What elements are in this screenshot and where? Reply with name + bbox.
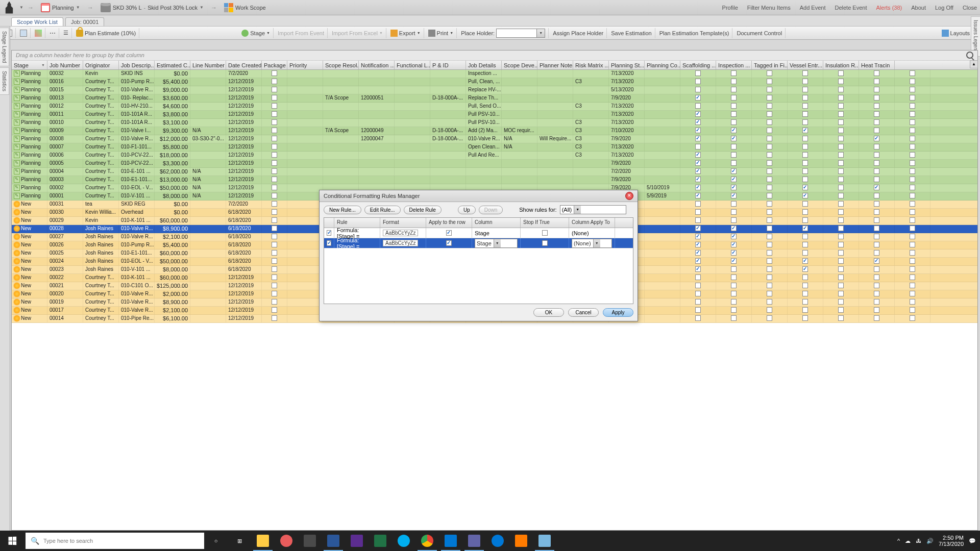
group-by-bar[interactable]: Drag a column header here to group by th…: [12, 51, 977, 61]
planning-dropdown[interactable]: Planning ▼: [38, 2, 83, 13]
table-row[interactable]: Planning00009Courtney T...010-Valve I...…: [12, 127, 977, 135]
taskbar-app-chrome[interactable]: [415, 531, 439, 551]
topbar-link-log-off[interactable]: Log Off: [935, 5, 953, 11]
vtab-stage-legend[interactable]: Stage Legend: [0, 28, 9, 66]
col-header[interactable]: Notification ...: [359, 61, 395, 69]
rule-row-2[interactable]: Formula: [Stage] = AaBbCcYyZz Stage▼ (No…: [324, 238, 633, 248]
plan-template-button[interactable]: Plan Estimation Template(s): [656, 28, 733, 38]
rules-col-header[interactable]: Column Apply To: [569, 218, 615, 228]
topbar-link-close[interactable]: Close: [963, 5, 977, 11]
table-row[interactable]: Planning00003Courtney T...010-E1-101...$…: [12, 176, 977, 184]
apply-button[interactable]: Apply: [603, 308, 633, 317]
scroll-up-button[interactable]: ▲: [970, 60, 978, 68]
tray-notifications-icon[interactable]: 💬: [969, 538, 976, 544]
col-header[interactable]: Planner Notes: [537, 61, 573, 69]
placeholder-combo-btn[interactable]: ▼: [537, 29, 545, 38]
taskbar-app-skype[interactable]: [392, 531, 415, 551]
new-rule-button[interactable]: New Rule...: [324, 206, 361, 214]
tb-icon-2[interactable]: [17, 28, 31, 38]
col-header[interactable]: Job Descrip...: [119, 61, 155, 69]
stop-if-true-checkbox[interactable]: [542, 230, 548, 236]
doc-control-button[interactable]: Document Control: [733, 28, 786, 38]
tab-scope-work-list[interactable]: Scope Work List: [11, 17, 63, 26]
apply-row-checkbox[interactable]: [446, 240, 452, 246]
table-row[interactable]: Planning00004Courtney T...010-E-101 ...$…: [12, 168, 977, 176]
col-header[interactable]: Estimated C...: [155, 61, 190, 69]
taskbar-app-edge[interactable]: [486, 531, 509, 551]
col-header[interactable]: Tagged in Fi...: [752, 61, 788, 69]
import-excel-button[interactable]: Import From Excel▼: [329, 28, 386, 38]
taskbar-search[interactable]: 🔍 Type here to search: [26, 533, 204, 549]
topbar-link-filter-menu-items[interactable]: Filter Menu Items: [747, 5, 791, 11]
taskbar-app-explorer[interactable]: [251, 531, 275, 551]
topbar-link-alerts-[interactable]: Alerts (38): [876, 5, 902, 11]
down-button[interactable]: Down: [479, 206, 503, 214]
taskbar-app-2[interactable]: [275, 531, 298, 551]
col-header[interactable]: Planning St...: [609, 61, 645, 69]
table-row[interactable]: Planning00016Courtney T...010-Pump R...$…: [12, 78, 977, 86]
rules-col-header[interactable]: [324, 218, 334, 228]
search-icon[interactable]: [966, 52, 973, 59]
ok-button[interactable]: OK: [533, 308, 564, 317]
topbar-link-about[interactable]: About: [911, 5, 926, 11]
taskbar-app-teams[interactable]: [462, 531, 486, 551]
rules-col-header[interactable]: Column: [472, 218, 521, 228]
dialog-close-button[interactable]: ✕: [625, 192, 633, 200]
tray-clock[interactable]: 2:50 PM 7/13/2020: [939, 535, 964, 547]
table-row[interactable]: Planning00013Courtney T...010- Replac...…: [12, 94, 977, 103]
stage-dropdown[interactable]: Stage▼: [238, 28, 274, 38]
col-header[interactable]: Scaffolding ...: [680, 61, 716, 69]
table-row[interactable]: Planning00007Courtney T...010-F1-101...$…: [12, 143, 977, 152]
vtab-statistics[interactable]: Statistics: [0, 67, 9, 95]
person-icon[interactable]: [3, 2, 15, 14]
table-row[interactable]: Planning00012Courtney T...010-HV-210...$…: [12, 103, 977, 111]
col-header[interactable]: Job Number: [47, 61, 83, 69]
skd-dropdown[interactable]: SKD 30% L - Skid Post 30% Lock ▼: [97, 2, 207, 13]
col-header[interactable]: Job Details: [466, 61, 502, 69]
stop-if-true-checkbox[interactable]: [542, 240, 548, 246]
save-estimation-button[interactable]: Save Estimation: [608, 28, 655, 38]
col-header[interactable]: Priority: [287, 61, 323, 69]
tray-cloud-icon[interactable]: ☁: [905, 538, 911, 544]
system-tray[interactable]: ^ ☁ 🖧 🔊 2:50 PM 7/13/2020 💬: [897, 535, 980, 547]
rules-col-header[interactable]: Stop If True: [521, 218, 569, 228]
table-row[interactable]: Planning00010Courtney T...010-101A R...$…: [12, 119, 977, 127]
col-header[interactable]: Planning Co...: [645, 61, 680, 69]
col-header[interactable]: Functional L...: [395, 61, 430, 69]
delete-rule-button[interactable]: Delete Rule: [404, 206, 442, 214]
col-header[interactable]: Originator: [83, 61, 119, 69]
taskbar-app-3[interactable]: [298, 531, 322, 551]
tab-job[interactable]: Job: 00001: [65, 17, 104, 26]
tb-icon-list[interactable]: ☰: [60, 28, 72, 38]
table-row[interactable]: Planning00005Courtney T...010-PCV-22...$…: [12, 160, 977, 168]
table-row[interactable]: Planning00011Courtney T...010-101A R...$…: [12, 111, 977, 119]
table-row[interactable]: Planning00008Courtney T...010-Valve R...…: [12, 135, 977, 143]
col-header[interactable]: Heat Tracin: [859, 61, 895, 69]
tb-icon-3[interactable]: [32, 28, 45, 38]
assign-placeholder-button[interactable]: Assign Place Holder: [550, 28, 607, 38]
topbar-link-profile[interactable]: Profile: [722, 5, 738, 11]
taskbar-app-excel[interactable]: [369, 531, 392, 551]
col-header[interactable]: Inspection ...: [716, 61, 752, 69]
cortana-button[interactable]: ○: [204, 531, 228, 551]
export-button[interactable]: Export▼: [387, 28, 424, 38]
tb-icon-4[interactable]: ⋯: [46, 28, 59, 38]
tray-chevron-icon[interactable]: ^: [897, 538, 900, 544]
cancel-button[interactable]: Cancel: [568, 308, 599, 317]
col-header[interactable]: Stage▼: [12, 61, 47, 69]
col-header[interactable]: Package Built: [262, 61, 287, 69]
rules-col-header[interactable]: Format: [380, 218, 426, 228]
table-row[interactable]: Planning00015Courtney T...010-Valve R...…: [12, 86, 977, 94]
apply-row-checkbox[interactable]: [446, 230, 452, 236]
rule-enabled-checkbox[interactable]: [327, 230, 331, 236]
col-header[interactable]: Risk Matrix ...: [573, 61, 609, 69]
plan-estimate-button[interactable]: Plan Estimate (10%): [73, 28, 139, 38]
dialog-titlebar[interactable]: Conditional Formatting Rules Manager ✕: [320, 190, 638, 202]
col-header[interactable]: Line Number: [190, 61, 226, 69]
rules-col-header[interactable]: Rule: [334, 218, 380, 228]
placeholder-input[interactable]: [496, 29, 537, 38]
taskbar-app-vs[interactable]: [345, 531, 369, 551]
table-row[interactable]: Planning00006Courtney T...010-PCV-22...$…: [12, 152, 977, 160]
table-row[interactable]: Planning00032KevinSKID INS$0.007/2/2020I…: [12, 70, 977, 78]
workscope-button[interactable]: Work Scope: [221, 2, 269, 13]
